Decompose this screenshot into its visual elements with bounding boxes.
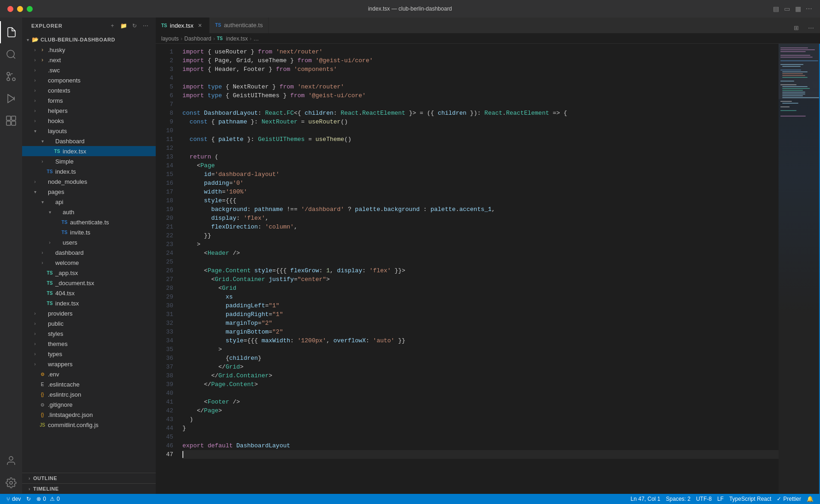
breadcrumb-filename[interactable]: index.tsx <box>226 35 248 42</box>
root-label: CLUB-BERLIN-DASHBOARD <box>41 37 152 42</box>
components-label: components <box>48 77 152 84</box>
status-position[interactable]: Ln 47, Col 1 <box>628 494 663 504</box>
sidebar-item-eslintcache[interactable]: E .eslintcache <box>22 379 156 389</box>
status-language[interactable]: TypeScript React <box>726 494 774 504</box>
sidebar-item-dashboard-page[interactable]: dashboard <box>22 247 156 258</box>
sidebar-item-styles[interactable]: styles <box>22 328 156 339</box>
panel-toggle-icon[interactable]: ▭ <box>783 5 791 12</box>
sidebar-item-public[interactable]: public <box>22 318 156 328</box>
sidebar-item-components[interactable]: components <box>22 75 156 85</box>
sidebar-item-gitignore[interactable]: ⊙ .gitignore <box>22 399 156 410</box>
sidebar-item-swc[interactable]: .swc <box>22 65 156 75</box>
auth-icon <box>53 208 61 216</box>
code-line-46: export default DashboardLayout <box>182 441 779 450</box>
sidebar-item-layouts[interactable]: layouts <box>22 126 156 136</box>
sidebar-item-themes[interactable]: themes <box>22 339 156 349</box>
minimap[interactable] <box>779 44 820 494</box>
status-formatter[interactable]: ✓ Prettier <box>774 494 804 504</box>
outline-section-header[interactable]: OUTLINE <box>22 473 156 483</box>
extensions-activity-icon[interactable] <box>0 110 22 132</box>
sidebar-item-invite-ts[interactable]: TS invite.ts <box>22 227 156 237</box>
breadcrumb-more[interactable]: … <box>253 35 259 42</box>
status-errors[interactable]: ⊗ 0 ⚠ 0 <box>34 494 62 504</box>
tab-index-tsx-close[interactable]: × <box>196 22 204 29</box>
sidebar-item-lintstagedrc[interactable]: {} .lintstagedrc.json <box>22 410 156 420</box>
sidebar-item-app-tsx[interactable]: TS _app.tsx <box>22 268 156 278</box>
sidebar-item-wrappers[interactable]: wrappers <box>22 359 156 369</box>
close-button[interactable] <box>7 6 13 12</box>
sidebar-item-dashboard-folder[interactable]: Dashboard <box>22 136 156 146</box>
files-activity-icon[interactable] <box>0 21 22 43</box>
sidebar-item-husky[interactable]: › .husky <box>22 45 156 55</box>
new-file-button[interactable]: + <box>108 21 117 30</box>
sidebar-item-env[interactable]: ⚙ .env <box>22 369 156 379</box>
timeline-label: TIMELINE <box>33 486 59 492</box>
sidebar-item-users[interactable]: users <box>22 237 156 247</box>
titlebar-right-controls: ▤ ▭ ▦ ⋯ <box>772 5 813 12</box>
refresh-button[interactable]: ↻ <box>130 21 139 30</box>
search-activity-icon[interactable] <box>0 43 22 65</box>
new-folder-button[interactable]: 📁 <box>119 21 128 30</box>
sidebar-item-root[interactable]: 📂 CLUB-BERLIN-DASHBOARD <box>22 35 156 45</box>
sidebar-item-types[interactable]: types <box>22 349 156 359</box>
sidebar-item-contexts[interactable]: contexts <box>22 85 156 95</box>
minimize-button[interactable] <box>17 6 23 12</box>
sidebar-item-index-tsx[interactable]: TS index.tsx <box>22 146 156 156</box>
sidebar-item-welcome[interactable]: welcome <box>22 258 156 268</box>
sidebar-item-simple[interactable]: Simple <box>22 156 156 166</box>
sidebar-item-api[interactable]: api <box>22 197 156 207</box>
hooks-label: hooks <box>48 117 152 124</box>
sidebar-item-index-tsx-pages[interactable]: TS index.tsx <box>22 298 156 308</box>
sidebar-item-document-tsx[interactable]: TS _document.tsx <box>22 278 156 288</box>
sidebar-item-index-ts-layouts[interactable]: TS index.ts <box>22 166 156 176</box>
sidebar-item-authenticate-ts[interactable]: TS authenticate.ts <box>22 217 156 227</box>
code-line-27: <Grid.Container justify="center"> <box>182 275 779 284</box>
code-line-10 <box>182 126 779 135</box>
status-sync[interactable]: ↻ <box>23 494 34 504</box>
code-line-26: <Page.Content style={{{ flexGrow: 1, dis… <box>182 266 779 275</box>
settings-activity-icon[interactable] <box>0 472 22 494</box>
split-editor-button[interactable]: ⊞ <box>791 22 802 33</box>
file-tree[interactable]: 📂 CLUB-BERLIN-DASHBOARD › .husky › .next <box>22 34 156 473</box>
maximize-button[interactable] <box>27 6 33 12</box>
code-area[interactable]: import { useRouter } from 'next/router' … <box>179 44 779 494</box>
code-line-45 <box>182 433 779 441</box>
status-notification[interactable]: 🔔 <box>804 494 816 504</box>
account-activity-icon[interactable] <box>0 450 22 472</box>
status-encoding[interactable]: UTF-8 <box>693 494 715 504</box>
breadcrumb-dashboard[interactable]: Dashboard <box>184 35 211 42</box>
editor-content[interactable]: 12345 678910 1112131415 1617181920 21222… <box>156 44 820 494</box>
timeline-section-header[interactable]: TIMELINE <box>22 484 156 494</box>
code-line-37: </Grid> <box>182 363 779 371</box>
sidebar-item-forms[interactable]: forms <box>22 95 156 105</box>
status-bar: ⑂ dev ↻ ⊗ 0 ⚠ 0 Ln 47, Col 1 Spaces: 2 U… <box>0 494 820 504</box>
breadcrumb-layouts[interactable]: layouts <box>161 35 179 42</box>
status-line-ending[interactable]: LF <box>715 494 726 504</box>
sidebar-item-node-modules[interactable]: node_modules <box>22 176 156 187</box>
sidebar-toggle-icon[interactable]: ▤ <box>772 5 779 12</box>
sidebar-item-next[interactable]: › .next <box>22 55 156 65</box>
sidebar-item-eslintrc[interactable]: {} .eslintrc.json <box>22 389 156 399</box>
sidebar-item-providers[interactable]: providers <box>22 308 156 318</box>
more-icon[interactable]: ⋯ <box>805 5 813 12</box>
layout-icon[interactable]: ▦ <box>794 5 802 12</box>
status-branch[interactable]: ⑂ dev <box>4 494 23 504</box>
status-spaces[interactable]: Spaces: 2 <box>663 494 693 504</box>
sidebar-item-helpers[interactable]: helpers <box>22 105 156 116</box>
sidebar-item-auth[interactable]: auth <box>22 207 156 217</box>
code-line-36: {children} <box>182 354 779 363</box>
source-control-activity-icon[interactable] <box>0 65 22 88</box>
collapse-all-button[interactable]: ⋯ <box>141 21 150 30</box>
sidebar-item-pages[interactable]: pages <box>22 187 156 197</box>
sidebar-item-404-tsx[interactable]: TS 404.tsx <box>22 288 156 298</box>
helpers-icon <box>39 107 46 114</box>
sidebar-item-hooks[interactable]: hooks <box>22 116 156 126</box>
tab-more-button[interactable]: ⋯ <box>805 22 816 33</box>
commitlint-label: commitlint.config.js <box>48 422 152 428</box>
tab-index-tsx[interactable]: TS index.tsx × <box>156 18 210 33</box>
run-activity-icon[interactable] <box>0 88 22 110</box>
sidebar-item-commitlint[interactable]: JS commitlint.config.js <box>22 420 156 430</box>
404-tsx-arrow <box>39 289 46 297</box>
tab-authenticate-ts[interactable]: TS authenticate.ts <box>210 18 269 33</box>
index-tsx-icon: TS <box>53 147 61 155</box>
